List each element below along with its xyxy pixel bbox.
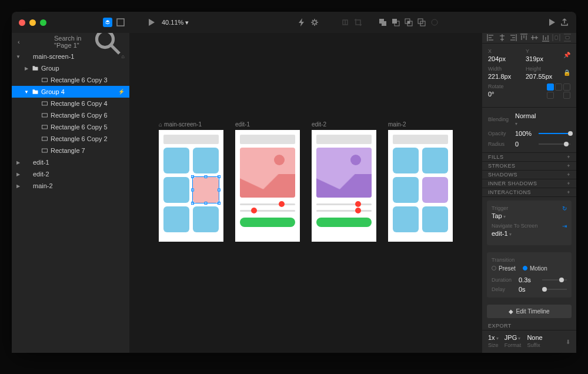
tree-item[interactable]: ▶main-2 [12, 180, 129, 192]
trigger-value[interactable]: Tap [492, 212, 567, 219]
lock-icon[interactable]: 🔒 [563, 69, 570, 76]
blending-value[interactable]: Normal [515, 112, 534, 126]
artboard-label[interactable]: edit-2 [312, 121, 326, 128]
delay-value[interactable]: 0s [519, 286, 537, 293]
difference-icon[interactable] [417, 18, 426, 27]
align-center-v-icon[interactable] [530, 34, 539, 42]
align-bottom-icon[interactable] [542, 34, 550, 42]
canvas[interactable]: ⌂main-screen-1 [129, 33, 482, 353]
disclosure-icon[interactable]: ▶ [15, 172, 21, 177]
artboard-edit-2[interactable] [312, 130, 376, 242]
width-value[interactable]: 221.8px [488, 73, 520, 80]
edit-timeline-button[interactable]: ◆Edit Timeline [487, 305, 572, 318]
gear-icon[interactable] [310, 18, 319, 27]
tree-item[interactable]: Rectangle 6 Copy 3 [12, 74, 129, 86]
minimize-window[interactable] [29, 19, 36, 26]
disclosure-icon[interactable]: ▶ [15, 160, 21, 165]
union-icon[interactable] [378, 18, 387, 27]
preview-play-icon[interactable] [547, 18, 556, 27]
components-tab-icon[interactable] [116, 18, 125, 27]
bolt-icon[interactable] [297, 18, 306, 27]
download-icon[interactable]: ⬇ [566, 339, 570, 345]
tree-item[interactable]: ▼Group 4⚡ [12, 86, 129, 98]
add-inner-shadow-icon[interactable]: + [567, 181, 570, 186]
tree-item[interactable]: ▶edit-1 [12, 156, 129, 168]
rotate-value[interactable]: 0° [488, 91, 541, 98]
radius-value[interactable]: 0 [515, 141, 534, 148]
tree-item[interactable]: Rectangle 6 Copy 4 [12, 98, 129, 109]
export-suffix[interactable]: None [527, 334, 542, 341]
tree-item[interactable]: Rectangle 7 [12, 145, 129, 156]
height-value[interactable]: 207.55px [526, 73, 557, 80]
add-shadow-icon[interactable]: + [567, 172, 570, 178]
align-left-icon[interactable] [487, 34, 495, 42]
tree-item[interactable]: Rectangle 6 Copy 2 [12, 133, 129, 145]
refresh-icon[interactable]: ↻ [562, 205, 567, 212]
export-format[interactable]: JPG [505, 334, 522, 341]
artboard-label[interactable]: edit-1 [235, 121, 250, 128]
distribute-h-icon[interactable] [552, 34, 560, 42]
subtract-icon[interactable] [391, 18, 400, 27]
disclosure-icon[interactable]: ▼ [24, 89, 29, 95]
pin-icon[interactable]: 📌 [563, 52, 570, 58]
zoom-level[interactable]: 40.11% ▾ [162, 19, 189, 26]
disclosure-icon[interactable]: ▼ [15, 54, 21, 59]
disclosure-icon[interactable]: ▶ [24, 66, 29, 71]
inner-shadows-header: INNER SHADOWS [488, 181, 537, 186]
tree-item[interactable]: Rectangle 6 Copy 6 [12, 109, 129, 121]
titlebar: 40.11% ▾ [12, 12, 576, 33]
distribute-v-icon[interactable] [563, 34, 572, 42]
radius-slider[interactable] [539, 143, 570, 145]
layers-tab-icon[interactable] [103, 18, 112, 27]
tile-selected[interactable] [193, 177, 219, 203]
add-stroke-icon[interactable]: + [567, 163, 570, 169]
slider [316, 210, 372, 212]
artboard-main-2[interactable] [388, 130, 453, 242]
back-icon[interactable]: ‹ [18, 38, 51, 45]
align-center-h-icon[interactable] [498, 34, 506, 42]
header-bar [240, 135, 295, 144]
slider [240, 203, 295, 205]
flatten-icon[interactable] [430, 18, 439, 27]
disclosure-icon[interactable]: ▶ [15, 183, 21, 189]
artboard-edit-1[interactable] [235, 130, 300, 242]
artboard-main-screen-1[interactable] [159, 130, 223, 242]
anchor-grid[interactable] [547, 84, 570, 99]
export-size[interactable]: 1x [488, 334, 499, 341]
align-top-icon[interactable] [520, 34, 528, 42]
share-icon[interactable] [560, 18, 569, 27]
navigate-value[interactable]: edit-1 [492, 230, 567, 237]
svg-rect-16 [42, 125, 48, 129]
play-icon[interactable] [146, 18, 156, 27]
opacity-slider[interactable] [539, 133, 570, 134]
motion-radio[interactable]: Motion [523, 265, 547, 272]
close-window[interactable] [19, 19, 25, 26]
inspector-panel: X204px Y319px 📌 Width221.8px Height207.5… [482, 33, 576, 353]
opacity-value[interactable]: 100% [515, 130, 534, 137]
intersect-icon[interactable] [404, 18, 413, 27]
layers-panel: ‹ Search in "Page 1" ▼main-screen-1⌂▶Gro… [12, 33, 129, 353]
window-controls [19, 19, 46, 26]
crop-icon[interactable] [353, 18, 363, 27]
link-icon[interactable] [340, 18, 350, 27]
tree-item[interactable]: Rectangle 6 Copy 5 [12, 121, 129, 133]
tree-item-label: Rectangle 6 Copy 3 [51, 76, 125, 84]
tree-item[interactable]: ▼main-screen-1⌂ [12, 51, 129, 62]
duration-slider[interactable] [542, 279, 567, 280]
target-icon[interactable]: ⇥ [562, 223, 567, 229]
preset-radio[interactable]: Preset [492, 265, 516, 272]
artboard-label[interactable]: main-2 [388, 121, 406, 128]
duration-value[interactable]: 0.3s [519, 276, 537, 283]
tree-item[interactable]: ▶Group [12, 62, 129, 74]
tree-item-badge: ⌂ [122, 54, 125, 59]
align-right-icon[interactable] [509, 34, 517, 42]
x-value[interactable]: 204px [488, 55, 520, 62]
y-value[interactable]: 319px [526, 55, 557, 62]
maximize-window[interactable] [40, 19, 46, 26]
delay-slider[interactable] [542, 289, 567, 290]
artboard-label[interactable]: main-screen-1 [164, 121, 202, 128]
add-fill-icon[interactable]: + [567, 154, 570, 160]
tree-item[interactable]: ▶edit-2 [12, 168, 129, 180]
search-bar[interactable]: ‹ Search in "Page 1" [12, 33, 129, 51]
add-interaction-icon[interactable]: + [567, 189, 570, 195]
